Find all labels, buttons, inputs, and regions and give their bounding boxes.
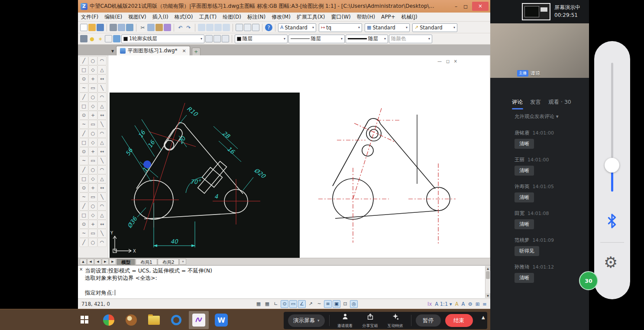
clean-screen-icon[interactable]: ⊞ [476, 301, 480, 307]
tab-prev-icon[interactable]: ◀ [94, 259, 101, 265]
palette-tool-44[interactable]: ↔ [97, 183, 107, 192]
grid-toggle[interactable]: ▦ [255, 300, 262, 308]
palette-tool-31[interactable]: + [88, 147, 97, 156]
new-tab-button[interactable]: + [192, 48, 201, 55]
plot-icon[interactable] [110, 24, 117, 31]
doc-restore-icon[interactable]: ◻ [446, 59, 450, 64]
viewports-2-icon[interactable] [244, 24, 251, 31]
palette-tool-25[interactable]: ○ [88, 129, 97, 138]
palette-tool-53[interactable]: △ [97, 211, 107, 220]
palette-tool-23[interactable]: ╲ [97, 120, 107, 129]
share-box-button[interactable]: 分享宝箱 [359, 313, 382, 328]
menu-help[interactable]: 帮助(H) [354, 13, 378, 22]
menu-insert[interactable]: 插入(I) [149, 13, 172, 22]
palette-tool-41[interactable]: △ [97, 174, 107, 183]
palette-tool-7[interactable]: + [88, 74, 97, 83]
palette-app-icon[interactable] [121, 311, 141, 329]
document-tab[interactable]: 平面图形练习1.dwg* × [116, 46, 190, 55]
viewports-1-icon[interactable] [236, 24, 243, 31]
tab-close-icon[interactable]: × [182, 48, 186, 54]
doc-close-icon[interactable]: × [454, 59, 457, 64]
gear-icon[interactable]: ⚙ [604, 254, 618, 271]
annotation-scale-icon[interactable]: A 1:1 ▾ [435, 301, 452, 307]
minimize-button[interactable]: – [451, 3, 461, 10]
tab-dropdown-icon[interactable]: ▼ [109, 48, 116, 55]
palette-tool-11[interactable]: ╲ [97, 83, 107, 93]
layer-states-icon[interactable] [222, 35, 229, 42]
dyn-input-toggle[interactable]: ↗ [307, 300, 314, 308]
dropdown-arrow-icon[interactable]: ▾ [284, 37, 285, 41]
tab-viewers[interactable]: 观看 · 30 [548, 99, 571, 106]
scroll-thumb[interactable] [486, 271, 490, 279]
palette-tool-26[interactable]: ◠ [97, 129, 107, 138]
annotation-visibility-icon[interactable]: A [455, 301, 459, 307]
palette-tool-40[interactable]: ◇ [88, 174, 97, 183]
palette-tool-37[interactable]: ○ [88, 165, 97, 174]
menu-window[interactable]: 窗口(W) [328, 13, 353, 22]
menu-file[interactable]: 文件(F) [78, 13, 101, 22]
maximize-button[interactable]: ◻ [461, 3, 470, 10]
palette-tool-12[interactable]: ╱ [79, 93, 88, 102]
dropdown-arrow-icon[interactable]: ▾ [428, 37, 430, 41]
pause-button[interactable]: 暂停 [416, 314, 441, 327]
menu-edit[interactable]: 编辑(E) [101, 13, 125, 22]
palette-tool-13[interactable]: ○ [88, 93, 97, 102]
palette-tool-4[interactable]: ◇ [88, 65, 97, 74]
palette-tool-61[interactable]: ○ [88, 238, 97, 247]
zoom-realtime-icon[interactable] [206, 24, 214, 31]
tab-first-icon[interactable]: ◀ [87, 259, 94, 265]
linetype-combo[interactable]: 随层▾ [288, 35, 345, 43]
menu-view[interactable]: 视图(V) [125, 13, 149, 22]
palette-tool-54[interactable]: ⊙ [79, 220, 88, 229]
palette-tool-48[interactable]: ╱ [79, 202, 88, 211]
palette-tool-8[interactable]: ↔ [97, 74, 107, 83]
polar-toggle[interactable]: ⊙ [281, 300, 288, 308]
palette-tool-47[interactable]: ╲ [97, 192, 107, 202]
palette-tool-0[interactable]: ╱ [79, 56, 88, 65]
model-view[interactable]: 56 16 16 16 R10 20 28 16 70° 4 Ø20 Ø36 4… [110, 93, 300, 258]
command-line-panel[interactable]: × 当前设置:投影模式 = UCS, 边延伸模式 = 不延伸(N)选取对象来剪切… [78, 265, 490, 298]
palette-tool-52[interactable]: ◇ [88, 211, 97, 220]
zwcad-app-icon[interactable] [189, 311, 209, 329]
palette-tool-62[interactable]: ◠ [97, 238, 107, 247]
palette-tool-60[interactable]: ╱ [79, 238, 88, 247]
palette-tool-42[interactable]: ⊙ [79, 183, 88, 192]
layer-properties-icon[interactable] [80, 35, 87, 42]
tab-scroll-up-icon[interactable]: ▲ [80, 259, 87, 265]
scroll-down-icon[interactable]: ▼ [485, 293, 490, 298]
copy-icon[interactable] [147, 24, 155, 31]
palette-tool-29[interactable]: △ [97, 138, 107, 147]
add-layout-button[interactable]: + [179, 259, 186, 265]
dropdown-arrow-icon[interactable]: ▾ [384, 37, 386, 41]
lineweight-toggle[interactable]: ~ [315, 300, 323, 308]
palette-tool-50[interactable]: ◠ [97, 202, 107, 211]
dyn-ucs-toggle[interactable]: ≡ [324, 300, 332, 308]
menu-tools[interactable]: 工具(T) [196, 13, 220, 22]
allow-comments-dropdown[interactable]: 允许观众发表评论 ▾ [515, 113, 558, 120]
palette-tool-19[interactable]: + [88, 111, 97, 120]
present-screen-button[interactable]: 演示屏幕 ▾ [288, 314, 325, 327]
menu-mechanical[interactable]: 机械(J) [398, 13, 421, 22]
host-camera-video[interactable]: 主播 谭琼 [490, 23, 589, 78]
annotation-monitor-toggle[interactable]: ◎ [350, 300, 358, 308]
volume-slider-track[interactable] [611, 63, 613, 158]
match-properties-icon[interactable] [164, 24, 171, 31]
palette-tool-14[interactable]: ◠ [97, 93, 107, 102]
cad-canvas[interactable]: — ◻ × [108, 55, 489, 258]
menu-express[interactable]: 扩展工具(X) [294, 13, 328, 22]
make-current-layer-icon[interactable] [205, 35, 213, 42]
palette-tool-59[interactable]: ╲ [97, 229, 107, 238]
save-icon[interactable] [97, 24, 104, 31]
palette-tool-46[interactable]: ▭ [88, 192, 97, 202]
scroll-up-icon[interactable]: ▲ [485, 266, 490, 271]
palette-tool-33[interactable]: ~ [79, 156, 88, 165]
palette-tool-32[interactable]: ↔ [97, 147, 107, 156]
pinwheel-app-icon[interactable] [99, 311, 119, 329]
dropdown-arrow-icon[interactable]: ▾ [312, 26, 314, 29]
cut-icon[interactable]: ✂ [139, 24, 146, 31]
menu-format[interactable]: 格式(O) [172, 13, 196, 22]
palette-tool-20[interactable]: ↔ [97, 111, 107, 120]
paste-icon[interactable] [155, 24, 163, 31]
dropdown-arrow-icon[interactable]: ▾ [358, 26, 360, 29]
zoom-window-icon[interactable] [214, 24, 222, 31]
